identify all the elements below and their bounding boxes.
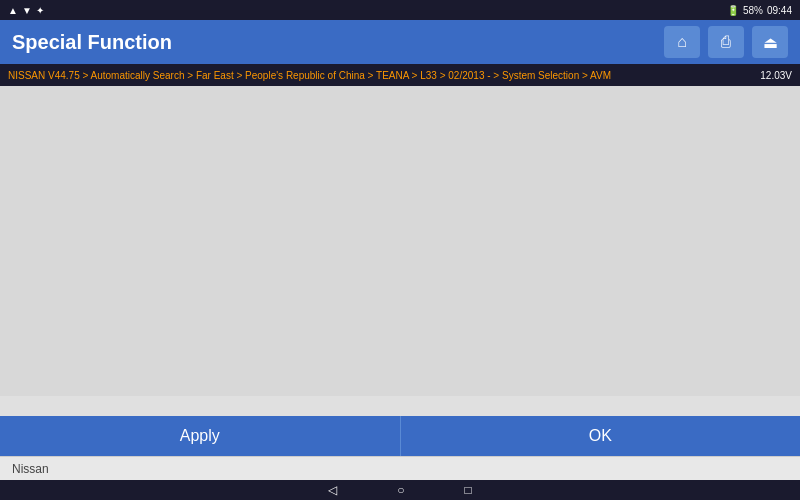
version-display: 12.03V	[760, 70, 792, 81]
home-nav-button[interactable]: ○	[397, 483, 404, 497]
battery-icon: 🔋	[727, 5, 739, 16]
signal-icon: ▼	[22, 5, 32, 16]
page-title: Special Function	[12, 31, 172, 54]
recent-button[interactable]: □	[465, 483, 472, 497]
header-icons: ⌂ ⎙ ⏏	[664, 26, 788, 58]
nav-bar: ◁ ○ □	[0, 480, 800, 500]
footer-brand: Nissan	[12, 462, 49, 476]
breadcrumb: NISSAN V44.75 > Automatically Search > F…	[0, 64, 800, 86]
ok-button[interactable]: OK	[401, 416, 801, 456]
home-button[interactable]: ⌂	[664, 26, 700, 58]
status-bar-left: ▲ ▼ ✦	[8, 5, 44, 16]
time-display: 09:44	[767, 5, 792, 16]
status-bar-right: 🔋 58% 09:44	[727, 5, 792, 16]
wifi-icon: ▲	[8, 5, 18, 16]
bottom-buttons: Apply OK	[0, 416, 800, 456]
bluetooth-icon: ✦	[36, 5, 44, 16]
export-button[interactable]: ⏏	[752, 26, 788, 58]
status-bar: ▲ ▼ ✦ 🔋 58% 09:44	[0, 0, 800, 20]
print-icon: ⎙	[721, 33, 731, 51]
footer: Nissan	[0, 456, 800, 480]
export-icon: ⏏	[763, 33, 778, 52]
home-icon: ⌂	[677, 33, 687, 51]
apply-button[interactable]: Apply	[0, 416, 401, 456]
battery-level: 58%	[743, 5, 763, 16]
print-button[interactable]: ⎙	[708, 26, 744, 58]
header: Special Function ⌂ ⎙ ⏏	[0, 20, 800, 64]
content-area	[0, 86, 800, 396]
back-button[interactable]: ◁	[328, 483, 337, 497]
breadcrumb-text: NISSAN V44.75 > Automatically Search > F…	[8, 70, 752, 81]
